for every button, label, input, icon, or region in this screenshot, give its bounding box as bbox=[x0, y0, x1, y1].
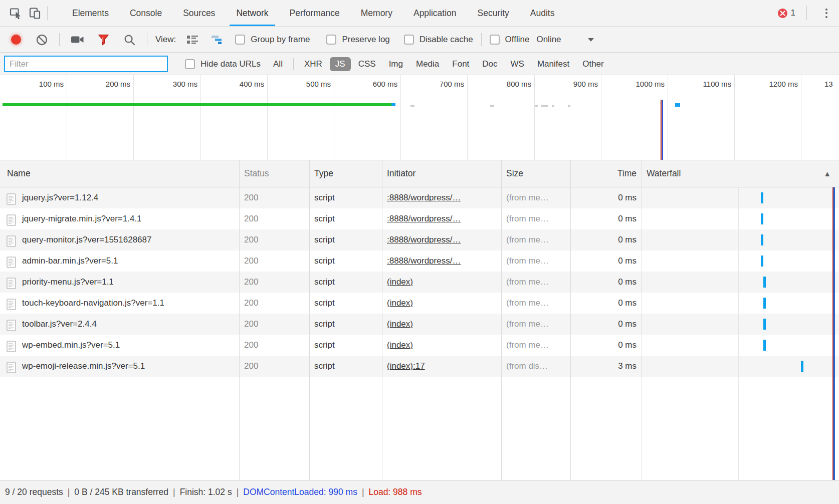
chevron-down-icon[interactable] bbox=[587, 35, 594, 45]
column-header-waterfall[interactable]: Waterfall ▲ bbox=[642, 160, 839, 187]
status-segment-plain: 9 / 20 requests bbox=[5, 487, 63, 497]
tab-memory[interactable]: Memory bbox=[350, 0, 403, 26]
initiator-link[interactable]: :8888/wordpress/… bbox=[387, 193, 461, 202]
filter-type-ws[interactable]: WS bbox=[505, 57, 530, 71]
filter-input[interactable] bbox=[4, 56, 168, 72]
column-header-name[interactable]: Name bbox=[0, 160, 239, 187]
filter-type-css[interactable]: CSS bbox=[353, 57, 381, 71]
hide-data-urls-checkbox[interactable] bbox=[185, 59, 195, 69]
clear-icon[interactable] bbox=[32, 30, 51, 49]
tab-application[interactable]: Application bbox=[403, 0, 467, 26]
request-row[interactable]: query-monitor.js?ver=1551628687 200 scri… bbox=[0, 229, 839, 250]
column-header-initiator[interactable]: Initiator bbox=[382, 160, 501, 187]
hide-data-urls-label: Hide data URLs bbox=[200, 59, 261, 69]
request-size: (from me… bbox=[501, 314, 570, 335]
initiator-link[interactable]: (index) bbox=[387, 319, 413, 329]
request-row[interactable]: priority-menu.js?ver=1.1 200 script (ind… bbox=[0, 272, 839, 293]
disable-cache-toggle[interactable]: Disable cache bbox=[404, 35, 473, 45]
group-by-frame-checkbox[interactable] bbox=[235, 35, 245, 45]
waterfall-bar bbox=[763, 298, 766, 309]
filter-type-all[interactable]: All bbox=[268, 57, 288, 71]
request-initiator-cell: (index) bbox=[382, 293, 501, 314]
status-segment-load: Load: 988 ms bbox=[368, 487, 422, 497]
script-file-icon bbox=[7, 318, 16, 330]
initiator-link[interactable]: (index) bbox=[387, 340, 413, 350]
offline-checkbox[interactable] bbox=[490, 35, 500, 45]
timeline-overview[interactable]: 100 ms200 ms300 ms400 ms500 ms600 ms700 … bbox=[0, 75, 839, 160]
initiator-link[interactable]: :8888/wordpress/… bbox=[387, 235, 461, 244]
initiator-link[interactable]: (index) bbox=[387, 298, 413, 308]
waterfall-bar bbox=[763, 340, 766, 351]
requests-table-header: Name Status Type Initiator Size Time Wat… bbox=[0, 160, 839, 187]
status-separator: | bbox=[362, 487, 364, 497]
offline-toggle[interactable]: Offline bbox=[490, 35, 530, 45]
filter-type-doc[interactable]: Doc bbox=[477, 57, 503, 71]
tab-security[interactable]: Security bbox=[467, 0, 520, 26]
preserve-log-toggle[interactable]: Preserve log bbox=[326, 35, 389, 45]
request-row[interactable]: toolbar.js?ver=2.4.4 200 script (index) … bbox=[0, 314, 839, 335]
script-file-icon bbox=[7, 255, 16, 267]
inspect-cursor-icon[interactable] bbox=[6, 4, 25, 23]
tab-console[interactable]: Console bbox=[119, 0, 172, 26]
waterfall-cell bbox=[642, 250, 839, 272]
column-header-time[interactable]: Time bbox=[570, 160, 637, 187]
initiator-link[interactable]: :8888/wordpress/… bbox=[387, 256, 461, 266]
filter-type-other[interactable]: Other bbox=[577, 57, 609, 71]
tab-audits[interactable]: Audits bbox=[520, 0, 565, 26]
device-toolbar-icon[interactable] bbox=[25, 4, 44, 23]
request-initiator-cell: :8888/wordpress/… bbox=[382, 229, 501, 250]
throttling-select[interactable]: Online bbox=[536, 35, 561, 45]
capture-screenshots-icon[interactable] bbox=[68, 30, 87, 49]
divider bbox=[59, 33, 60, 46]
kebab-menu-icon[interactable] bbox=[819, 9, 834, 18]
status-segment-dcl: DOMContentLoaded: 990 ms bbox=[243, 487, 357, 497]
record-icon[interactable] bbox=[11, 35, 21, 45]
filter-type-img[interactable]: Img bbox=[383, 57, 408, 71]
overview-tick-label: 1100 ms bbox=[686, 80, 731, 88]
request-row[interactable]: jquery.js?ver=1.12.4 200 script :8888/wo… bbox=[0, 187, 839, 208]
overview-gridline bbox=[267, 75, 268, 160]
filter-type-font[interactable]: Font bbox=[447, 57, 475, 71]
divider bbox=[147, 33, 147, 46]
waterfall-bar bbox=[801, 361, 803, 372]
list-view-icon[interactable] bbox=[183, 30, 202, 49]
tab-performance[interactable]: Performance bbox=[279, 0, 350, 26]
request-name: query-monitor.js?ver=1551628687 bbox=[22, 235, 151, 244]
column-header-type[interactable]: Type bbox=[309, 160, 382, 187]
group-by-frame-toggle[interactable]: Group by frame bbox=[235, 35, 310, 45]
initiator-link[interactable]: :8888/wordpress/… bbox=[387, 214, 461, 223]
console-error-badge[interactable]: 1 bbox=[778, 8, 795, 18]
tab-network[interactable]: Network bbox=[226, 0, 279, 26]
tab-sources[interactable]: Sources bbox=[172, 0, 226, 26]
filter-type-js[interactable]: JS bbox=[330, 57, 351, 71]
request-row[interactable]: wp-emoji-release.min.js?ver=5.1 200 scri… bbox=[0, 356, 839, 377]
column-header-size[interactable]: Size bbox=[501, 160, 570, 187]
request-initiator-cell: (index):17 bbox=[382, 356, 501, 377]
disable-cache-checkbox[interactable] bbox=[404, 35, 414, 45]
sort-ascending-icon[interactable]: ▲ bbox=[823, 160, 831, 187]
request-row[interactable]: wp-embed.min.js?ver=5.1 200 script (inde… bbox=[0, 335, 839, 356]
hide-data-urls-toggle[interactable]: Hide data URLs bbox=[185, 59, 261, 69]
initiator-link[interactable]: (index):17 bbox=[387, 361, 425, 371]
preserve-log-checkbox[interactable] bbox=[326, 35, 336, 45]
search-icon[interactable] bbox=[120, 30, 139, 49]
request-type: script bbox=[309, 250, 382, 272]
tab-elements[interactable]: Elements bbox=[62, 0, 119, 26]
initiator-link[interactable]: (index) bbox=[387, 277, 413, 287]
filter-type-media[interactable]: Media bbox=[410, 57, 445, 71]
waterfall-view-icon[interactable] bbox=[209, 30, 228, 49]
filter-type-xhr[interactable]: XHR bbox=[299, 57, 328, 71]
filter-funnel-icon[interactable] bbox=[94, 30, 113, 49]
request-row[interactable]: touch-keyboard-navigation.js?ver=1.1 200… bbox=[0, 293, 839, 314]
script-file-icon bbox=[7, 192, 16, 203]
request-name-cell: jquery.js?ver=1.12.4 bbox=[0, 187, 239, 208]
overview-gridline bbox=[400, 75, 401, 160]
request-row[interactable]: jquery-migrate.min.js?ver=1.4.1 200 scri… bbox=[0, 208, 839, 229]
request-initiator-cell: (index) bbox=[382, 314, 501, 335]
request-row[interactable]: admin-bar.min.js?ver=5.1 200 script :888… bbox=[0, 250, 839, 272]
request-status: 200 bbox=[239, 229, 309, 250]
waterfall-bar bbox=[761, 234, 763, 245]
column-header-status[interactable]: Status bbox=[239, 160, 309, 187]
overview-tick-label: 900 ms bbox=[553, 80, 598, 88]
filter-type-manifest[interactable]: Manifest bbox=[532, 57, 575, 71]
